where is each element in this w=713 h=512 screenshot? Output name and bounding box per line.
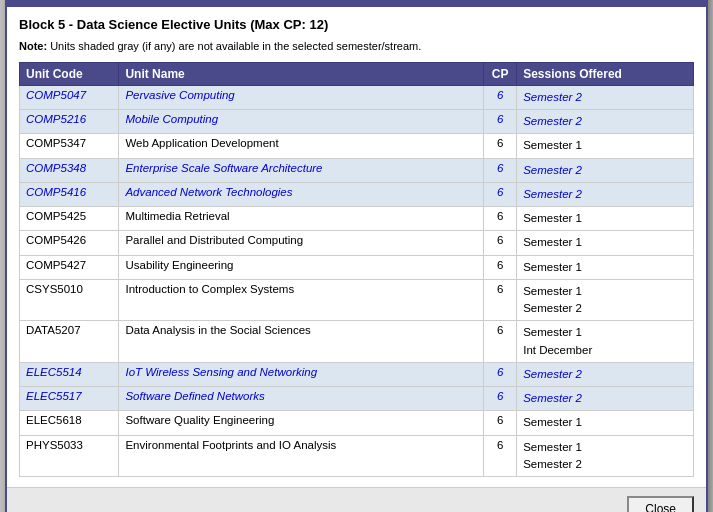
table-row: COMP5425Multimedia Retrieval6Semester 1 <box>20 207 694 231</box>
unit-name: IoT Wireless Sensing and Networking <box>119 362 484 386</box>
unit-cp: 6 <box>484 231 517 255</box>
table-row: PHYS5033Environmental Footprints and IO … <box>20 435 694 477</box>
table-row[interactable]: COMP5216Mobile Computing6Semester 2 <box>20 110 694 134</box>
unit-cp: 6 <box>484 207 517 231</box>
unit-sessions: Semester 2 <box>517 158 694 182</box>
table-row[interactable]: ELEC5517Software Defined Networks6Semest… <box>20 387 694 411</box>
unit-code[interactable]: COMP5047 <box>20 85 119 109</box>
table-row: COMP5427Usability Engineering6Semester 1 <box>20 255 694 279</box>
unit-name: Introduction to Complex Systems <box>119 279 484 321</box>
unit-sessions: Semester 2 <box>517 362 694 386</box>
unit-cp: 6 <box>484 279 517 321</box>
modal-header: Unit Block Details <box>7 0 706 7</box>
col-header-code: Unit Code <box>20 62 119 85</box>
unit-name: Data Analysis in the Social Sciences <box>119 321 484 363</box>
unit-cp: 6 <box>484 255 517 279</box>
unit-sessions: Semester 2 <box>517 182 694 206</box>
unit-sessions: Semester 1 <box>517 207 694 231</box>
unit-code[interactable]: COMP5216 <box>20 110 119 134</box>
table-row: DATA5207Data Analysis in the Social Scie… <box>20 321 694 363</box>
unit-code[interactable]: COMP5416 <box>20 182 119 206</box>
table-row: COMP5426Parallel and Distributed Computi… <box>20 231 694 255</box>
unit-sessions: Semester 2 <box>517 110 694 134</box>
unit-name: Mobile Computing <box>119 110 484 134</box>
unit-sessions: Semester 1 <box>517 411 694 435</box>
col-header-cp: CP <box>484 62 517 85</box>
unit-sessions: Semester 1 <box>517 134 694 158</box>
unit-code: COMP5426 <box>20 231 119 255</box>
unit-code[interactable]: ELEC5517 <box>20 387 119 411</box>
unit-name: Parallel and Distributed Computing <box>119 231 484 255</box>
unit-cp: 6 <box>484 411 517 435</box>
note-label: Note: <box>19 40 47 52</box>
close-button[interactable]: Close <box>627 496 694 512</box>
unit-name: Multimedia Retrieval <box>119 207 484 231</box>
unit-code: DATA5207 <box>20 321 119 363</box>
note: Note: Units shaded gray (if any) are not… <box>19 40 694 52</box>
modal-title: Unit Block Details <box>15 0 126 2</box>
unit-name: Advanced Network Technologies <box>119 182 484 206</box>
table-row[interactable]: COMP5416Advanced Network Technologies6Se… <box>20 182 694 206</box>
unit-code: PHYS5033 <box>20 435 119 477</box>
block-title: Block 5 - Data Science Elective Units (M… <box>19 17 694 32</box>
unit-cp: 6 <box>484 110 517 134</box>
unit-sessions: Semester 1Int December <box>517 321 694 363</box>
unit-name: Software Defined Networks <box>119 387 484 411</box>
unit-code: COMP5347 <box>20 134 119 158</box>
col-header-name: Unit Name <box>119 62 484 85</box>
unit-code: ELEC5618 <box>20 411 119 435</box>
unit-sessions: Semester 1Semester 2 <box>517 279 694 321</box>
modal-footer: Close <box>7 487 706 512</box>
unit-cp: 6 <box>484 321 517 363</box>
unit-code: CSYS5010 <box>20 279 119 321</box>
note-text: Units shaded gray (if any) are not avail… <box>50 40 421 52</box>
unit-code: COMP5425 <box>20 207 119 231</box>
unit-name: Software Quality Engineering <box>119 411 484 435</box>
unit-sessions: Semester 1 <box>517 231 694 255</box>
col-header-sessions: Sessions Offered <box>517 62 694 85</box>
unit-name: Web Application Development <box>119 134 484 158</box>
unit-cp: 6 <box>484 362 517 386</box>
table-row[interactable]: COMP5348Enterprise Scale Software Archit… <box>20 158 694 182</box>
table-header-row: Unit Code Unit Name CP Sessions Offered <box>20 62 694 85</box>
table-row: CSYS5010Introduction to Complex Systems6… <box>20 279 694 321</box>
unit-name: Pervasive Computing <box>119 85 484 109</box>
unit-name: Usability Engineering <box>119 255 484 279</box>
unit-sessions: Semester 2 <box>517 387 694 411</box>
unit-cp: 6 <box>484 435 517 477</box>
unit-cp: 6 <box>484 387 517 411</box>
unit-code: COMP5427 <box>20 255 119 279</box>
unit-sessions: Semester 1Semester 2 <box>517 435 694 477</box>
modal-body: Block 5 - Data Science Elective Units (M… <box>7 7 706 487</box>
unit-cp: 6 <box>484 158 517 182</box>
modal-container: Unit Block Details Block 5 - Data Scienc… <box>5 0 708 512</box>
units-table: Unit Code Unit Name CP Sessions Offered … <box>19 62 694 477</box>
unit-cp: 6 <box>484 182 517 206</box>
unit-code[interactable]: ELEC5514 <box>20 362 119 386</box>
unit-sessions: Semester 1 <box>517 255 694 279</box>
unit-cp: 6 <box>484 85 517 109</box>
table-row[interactable]: COMP5047Pervasive Computing6Semester 2 <box>20 85 694 109</box>
table-row: COMP5347Web Application Development6Seme… <box>20 134 694 158</box>
unit-code[interactable]: COMP5348 <box>20 158 119 182</box>
table-row: ELEC5618Software Quality Engineering6Sem… <box>20 411 694 435</box>
unit-name: Enterprise Scale Software Architecture <box>119 158 484 182</box>
table-row[interactable]: ELEC5514IoT Wireless Sensing and Network… <box>20 362 694 386</box>
unit-sessions: Semester 2 <box>517 85 694 109</box>
unit-name: Environmental Footprints and IO Analysis <box>119 435 484 477</box>
unit-cp: 6 <box>484 134 517 158</box>
